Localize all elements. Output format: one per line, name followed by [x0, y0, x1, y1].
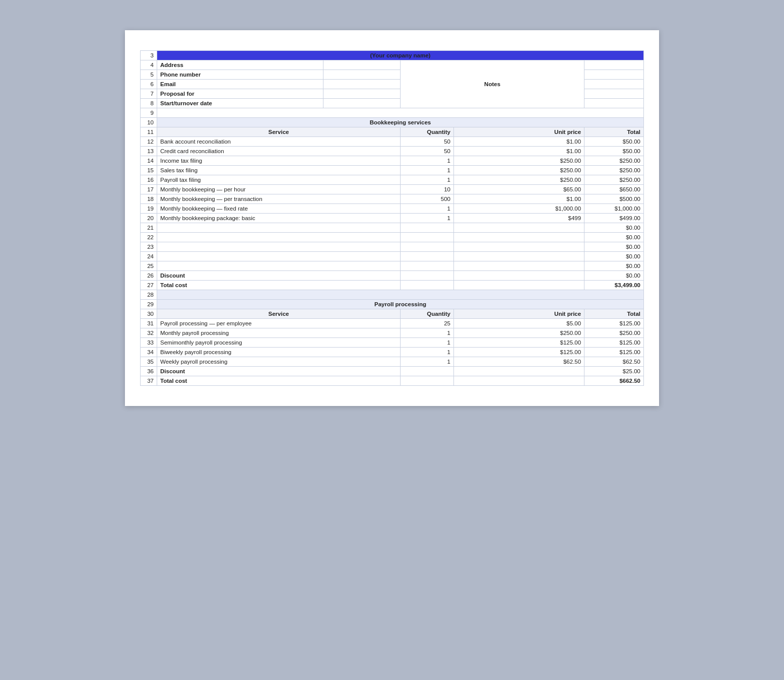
- bk-service-11[interactable]: [157, 242, 400, 252]
- phone-input[interactable]: [323, 70, 400, 80]
- pr-qty-4[interactable]: 1: [400, 357, 453, 367]
- bk-total-6: $500.00: [584, 194, 644, 204]
- proposal-input[interactable]: [323, 89, 400, 99]
- pr-qty-2[interactable]: 1: [400, 338, 453, 348]
- bk-unit-11[interactable]: [453, 242, 584, 252]
- bk-qty-4[interactable]: 1: [400, 175, 453, 185]
- bk-total-8: $499.00: [584, 214, 644, 223]
- bk-unit-12[interactable]: [453, 252, 584, 261]
- bk-qty-1[interactable]: 50: [400, 147, 453, 156]
- bk-service-6[interactable]: Monthly bookkeeping — per transaction: [157, 194, 400, 204]
- bk-unit-13[interactable]: [453, 261, 584, 271]
- row-num-21: 21: [141, 223, 157, 233]
- pr-qty-1[interactable]: 1: [400, 328, 453, 338]
- company-title[interactable]: (Your company name): [157, 51, 643, 60]
- notes-row7[interactable]: [584, 89, 644, 99]
- bk-unit-2[interactable]: $250.00: [453, 156, 584, 166]
- row-num-20: 20: [141, 214, 157, 223]
- row-num-14: 14: [141, 156, 157, 166]
- bk-total-5: $650.00: [584, 185, 644, 194]
- address-input[interactable]: [323, 60, 400, 70]
- pr-totalcost-label: Total cost: [157, 376, 400, 386]
- pr-service-0[interactable]: Payroll processing — per employee: [157, 319, 400, 328]
- pr-service-4[interactable]: Weekly payroll processing: [157, 357, 400, 367]
- bk-totalcost-label: Total cost: [157, 281, 400, 290]
- pr-unit-2[interactable]: $125.00: [453, 338, 584, 348]
- bk-service-0[interactable]: Bank account reconciliation: [157, 137, 400, 147]
- bk-service-8[interactable]: Monthly bookkeeping package: basic: [157, 214, 400, 223]
- bk-unit-10[interactable]: [453, 233, 584, 242]
- row-28: 28: [141, 290, 644, 300]
- pr-unit-0[interactable]: $5.00: [453, 319, 584, 328]
- bk-qty-11[interactable]: [400, 242, 453, 252]
- bk-qty-9[interactable]: [400, 223, 453, 233]
- pr-discount-unit[interactable]: [453, 367, 584, 376]
- pr-unit-3[interactable]: $125.00: [453, 348, 584, 357]
- bk-qty-3[interactable]: 1: [400, 166, 453, 175]
- bk-discount-label[interactable]: Discount: [157, 271, 400, 281]
- pr-discount-qty[interactable]: [400, 367, 453, 376]
- bk-qty-12[interactable]: [400, 252, 453, 261]
- bk-unit-3[interactable]: $250.00: [453, 166, 584, 175]
- bk-qty-8[interactable]: 1: [400, 214, 453, 223]
- bk-unit-7[interactable]: $1,000.00: [453, 204, 584, 214]
- bk-qty-6[interactable]: 500: [400, 194, 453, 204]
- bk-unit-0[interactable]: $1.00: [453, 137, 584, 147]
- bk-service-12[interactable]: [157, 252, 400, 261]
- pr-unit-1[interactable]: $250.00: [453, 328, 584, 338]
- bk-row-14: 14 Income tax filing 1 $250.00 $250.00: [141, 156, 644, 166]
- bk-unit-5[interactable]: $65.00: [453, 185, 584, 194]
- pr-total-4: $62.50: [584, 357, 644, 367]
- row-num-17: 17: [141, 185, 157, 194]
- pr-unit-4[interactable]: $62.50: [453, 357, 584, 367]
- pr-total-0: $125.00: [584, 319, 644, 328]
- bk-service-10[interactable]: [157, 233, 400, 242]
- bk-unit-9[interactable]: [453, 223, 584, 233]
- bk-service-7[interactable]: Monthly bookkeeping — fixed rate: [157, 204, 400, 214]
- bk-total-12: $0.00: [584, 252, 644, 261]
- bk-service-3[interactable]: Sales tax filing: [157, 166, 400, 175]
- pr-total-3: $125.00: [584, 348, 644, 357]
- row-num-10: 10: [141, 118, 157, 127]
- pr-discount-label[interactable]: Discount: [157, 367, 400, 376]
- bk-service-1[interactable]: Credit card reconciliation: [157, 147, 400, 156]
- notes-row8[interactable]: [584, 99, 644, 108]
- pr-service-1[interactable]: Monthly payroll processing: [157, 328, 400, 338]
- bk-service-13[interactable]: [157, 261, 400, 271]
- pr-service-3[interactable]: Biweekly payroll processing: [157, 348, 400, 357]
- bk-qty-10[interactable]: [400, 233, 453, 242]
- bk-service-5[interactable]: Monthly bookkeeping — per hour: [157, 185, 400, 194]
- row-num-4: 4: [141, 60, 157, 70]
- bk-qty-7[interactable]: 1: [400, 204, 453, 214]
- row-num-27: 27: [141, 281, 157, 290]
- bk-discount-unit[interactable]: [453, 271, 584, 281]
- email-input[interactable]: [323, 80, 400, 89]
- row-num-26: 26: [141, 271, 157, 281]
- bk-service-2[interactable]: Income tax filing: [157, 156, 400, 166]
- bk-totalcost-row: 27 Total cost $3,499.00: [141, 281, 644, 290]
- row-num-15: 15: [141, 166, 157, 175]
- notes-content[interactable]: [584, 60, 644, 70]
- bk-unit-6[interactable]: $1.00: [453, 194, 584, 204]
- bk-service-9[interactable]: [157, 223, 400, 233]
- start-input[interactable]: [323, 99, 400, 108]
- pr-service-2[interactable]: Semimonthly payroll processing: [157, 338, 400, 348]
- bk-service-4[interactable]: Payroll tax filing: [157, 175, 400, 185]
- bk-qty-5[interactable]: 10: [400, 185, 453, 194]
- bk-unit-1[interactable]: $1.00: [453, 147, 584, 156]
- bk-qty-0[interactable]: 50: [400, 137, 453, 147]
- empty-row9: [157, 108, 643, 118]
- row-num-24: 24: [141, 252, 157, 261]
- bk-discount-qty[interactable]: [400, 271, 453, 281]
- notes-row6[interactable]: [584, 80, 644, 89]
- bk-unit-4[interactable]: $250.00: [453, 175, 584, 185]
- row-num-11: 11: [141, 127, 157, 137]
- bk-qty-2[interactable]: 1: [400, 156, 453, 166]
- row-4: 4 Address Notes: [141, 60, 644, 70]
- bk-qty-13[interactable]: [400, 261, 453, 271]
- notes-row5[interactable]: [584, 70, 644, 80]
- pr-qty-3[interactable]: 1: [400, 348, 453, 357]
- bk-total-2: $250.00: [584, 156, 644, 166]
- pr-qty-0[interactable]: 25: [400, 319, 453, 328]
- bk-unit-8[interactable]: $499: [453, 214, 584, 223]
